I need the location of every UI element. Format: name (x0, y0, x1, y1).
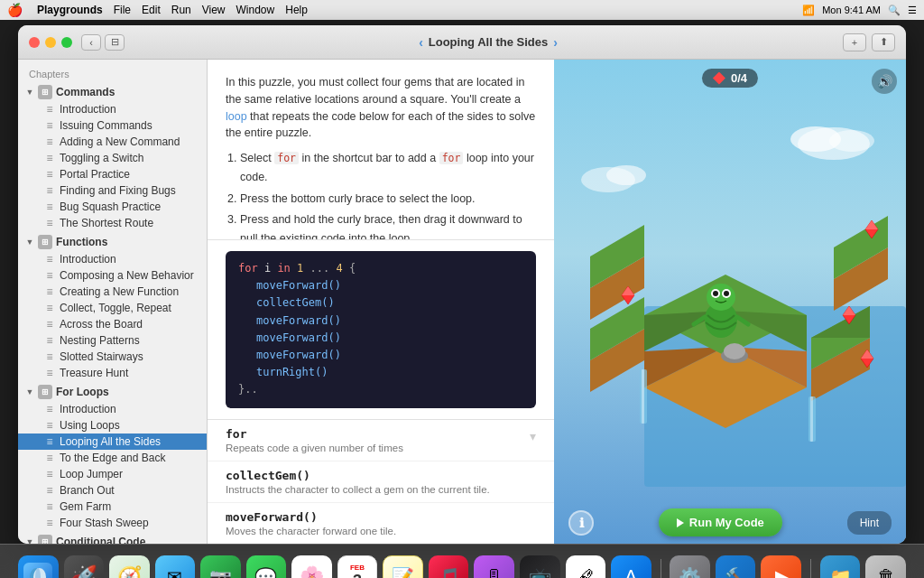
item-introduction-2[interactable]: Introduction (18, 251, 207, 267)
item-toggling-switch[interactable]: Toggling a Switch (18, 150, 207, 166)
dock-tv[interactable]: 📺 (520, 555, 560, 579)
dock-calendar[interactable]: FEB 3 (337, 555, 378, 579)
minimize-button[interactable] (45, 37, 56, 48)
section-forloops-header[interactable]: ▼ ⊞ For Loops (18, 383, 207, 401)
music-icon: 🎵 (438, 566, 460, 579)
facetime-icon: 📷 (209, 566, 232, 579)
section-conditional-header[interactable]: ▼ ⊞ Conditional Code (18, 533, 207, 544)
close-button[interactable] (29, 37, 40, 48)
menu-file[interactable]: File (114, 4, 131, 16)
triangle-conditional: ▼ (25, 537, 34, 544)
dock-appstore[interactable]: A (611, 555, 651, 579)
menu-help[interactable]: Help (285, 4, 308, 16)
item-nesting[interactable]: Nesting Patterns (18, 332, 207, 349)
item-icon (43, 437, 56, 446)
cal-day: 3 (353, 572, 362, 579)
item-adding-command[interactable]: Adding a New Command (18, 134, 207, 150)
item-icon (43, 121, 56, 130)
back-button[interactable]: ‹ (81, 34, 101, 51)
apple-menu[interactable]: 🍎 (7, 3, 23, 17)
dock-facetime[interactable]: 📷 (200, 555, 241, 579)
item-branch-out[interactable]: Branch Out (18, 482, 207, 499)
svg-point-35 (713, 291, 718, 296)
dock-xcode[interactable]: 🔨 (716, 555, 756, 579)
calendar-inner: FEB 3 (350, 564, 365, 579)
section-functions-header[interactable]: ▼ ⊞ Functions (18, 233, 207, 251)
menu-edit[interactable]: Edit (142, 4, 161, 16)
run-button[interactable]: Run My Code (659, 508, 782, 536)
item-icon (43, 255, 56, 264)
item-finding-bugs[interactable]: Finding and Fixing Bugs (18, 182, 207, 199)
menu-view[interactable]: View (202, 4, 226, 16)
podcasts-icon: 🎙 (485, 566, 504, 578)
lesson-title: Looping All the Sides (429, 35, 548, 49)
dock-files[interactable]: 📁 (820, 555, 861, 579)
dock-sysprefs[interactable]: ⚙️ (670, 555, 710, 579)
step-1: Select for in the shortcut bar to add a … (240, 149, 536, 188)
item-composing[interactable]: Composing a New Behavior (18, 267, 207, 284)
menu-playgrounds[interactable]: Playgrounds (37, 4, 103, 16)
sidebar-toggle[interactable]: ⊟ (105, 34, 125, 51)
dock-podcasts[interactable]: 🎙 (474, 555, 514, 579)
notes-icon: 📝 (392, 566, 414, 579)
item-introduction-1[interactable]: Introduction (18, 101, 207, 117)
titlebar-title: ‹ Looping All the Sides › (134, 35, 843, 50)
sound-button[interactable]: 🔊 (872, 69, 897, 94)
menu-window[interactable]: Window (236, 4, 275, 16)
sysprefs-icon: ⚙️ (679, 566, 701, 579)
item-icon (43, 303, 56, 312)
item-stash-sweep[interactable]: Four Stash Sweep (18, 515, 207, 531)
next-lesson-arrow[interactable]: › (553, 35, 558, 50)
code-editor[interactable]: for i in 1 ... 4 { moveForward() collect… (226, 251, 536, 408)
menu-run[interactable]: Run (171, 4, 191, 16)
control-icon[interactable]: ☰ (908, 5, 917, 16)
maximize-button[interactable] (61, 37, 72, 48)
ref-moveforward-content: moveForward() Moves the character forwar… (226, 510, 396, 536)
hint-button[interactable]: Hint (847, 511, 892, 535)
dock-launchpad[interactable]: 🚀 (64, 555, 105, 579)
item-bug-squash[interactable]: Bug Squash Practice (18, 199, 207, 215)
dock-mail[interactable]: ✉ (155, 555, 196, 579)
item-treasure[interactable]: Treasure Hunt (18, 365, 207, 381)
prev-lesson-arrow[interactable]: ‹ (419, 35, 423, 50)
item-gem-farm[interactable]: Gem Farm (18, 499, 207, 515)
section-commands-header[interactable]: ▼ ⊞ Commands (18, 83, 207, 101)
svg-point-36 (724, 291, 729, 296)
dock-notes[interactable]: 📝 (383, 555, 423, 579)
dock-news[interactable]: 🗞 (566, 555, 606, 579)
dock-swift[interactable]: ▶ (761, 555, 801, 579)
dock-finder[interactable] (18, 555, 59, 579)
item-portal-practice[interactable]: Portal Practice (18, 166, 207, 182)
item-loop-jumper[interactable]: Loop Jumper (18, 466, 207, 482)
item-across-board[interactable]: Across the Board (18, 316, 207, 332)
item-edge-back[interactable]: To the Edge and Back (18, 450, 207, 466)
item-looping-all-sides[interactable]: Looping All the Sides (18, 434, 207, 450)
code-line-5: moveForward() (238, 330, 523, 347)
item-issuing-commands[interactable]: Issuing Commands (18, 117, 207, 134)
item-icon (43, 202, 56, 211)
dock-safari[interactable]: 🧭 (109, 555, 150, 579)
add-button[interactable]: + (843, 33, 866, 51)
item-collect-toggle[interactable]: Collect, Toggle, Repeat (18, 300, 207, 316)
section-commands: ▼ ⊞ Commands Introduction Issuing Comman… (18, 83, 207, 231)
dock-trash[interactable]: 🗑 (865, 555, 906, 579)
item-slotted[interactable]: Slotted Stairways (18, 349, 207, 365)
loop-link[interactable]: loop (226, 110, 247, 123)
code-line-7: turnRight() (238, 364, 523, 381)
item-creating-function[interactable]: Creating a New Function (18, 284, 207, 300)
item-icon (43, 405, 56, 414)
tv-icon: 📺 (529, 566, 551, 579)
item-introduction-3[interactable]: Introduction (18, 401, 207, 417)
share-button[interactable]: ⬆ (872, 33, 895, 51)
dock-messages[interactable]: 💬 (246, 555, 287, 579)
search-icon[interactable]: 🔍 (888, 5, 901, 16)
dock-separator-2 (810, 559, 811, 579)
info-button[interactable]: ℹ (568, 510, 594, 536)
section-forloops: ▼ ⊞ For Loops Introduction Using Loops L… (18, 383, 207, 531)
item-using-loops[interactable]: Using Loops (18, 417, 207, 434)
commands-label: Commands (56, 86, 115, 98)
dock-photos[interactable]: 🌸 (291, 555, 332, 579)
dock-music[interactable]: 🎵 (429, 555, 469, 579)
item-shortest-route[interactable]: The Shortest Route (18, 215, 207, 231)
ref-for[interactable]: for Repeats code a given number of times… (208, 420, 554, 461)
